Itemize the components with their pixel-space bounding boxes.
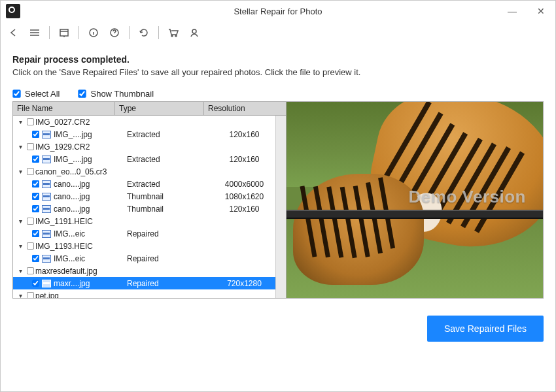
file-label: IMG...eic: [54, 229, 127, 238]
tree-group-row[interactable]: ▾canon_eo...0_05.cr3: [13, 165, 286, 178]
image-file-icon: [42, 131, 51, 139]
chevron-down-icon[interactable]: ▾: [16, 218, 25, 225]
watermark-text: Demo Version: [409, 187, 526, 207]
tree-file-row[interactable]: IMG...eicRepaired: [13, 227, 286, 240]
file-label: IMG_....jpg: [54, 155, 127, 164]
file-type: Extracted: [127, 180, 216, 189]
select-all-label: Select All: [25, 89, 60, 99]
preview-pane: Demo Version: [287, 102, 543, 298]
tree-file-row[interactable]: maxr....jpgRepaired720x1280: [13, 277, 286, 289]
separator: [129, 26, 130, 39]
chevron-down-icon[interactable]: ▾: [16, 242, 25, 250]
back-button[interactable]: [5, 24, 23, 42]
cart-icon[interactable]: [164, 24, 182, 42]
chevron-down-icon[interactable]: ▾: [16, 168, 25, 175]
footer: Save Repaired Files: [1, 299, 555, 353]
file-type: Repaired: [127, 279, 216, 288]
file-label: IMG...eic: [54, 254, 127, 263]
chevron-down-icon[interactable]: ▾: [16, 143, 25, 150]
svg-rect-0: [60, 29, 68, 36]
show-thumbnail-checkbox[interactable]: Show Thumbnail: [78, 89, 154, 99]
preview-rail: [287, 210, 543, 219]
select-all-checkbox[interactable]: Select All: [12, 89, 60, 99]
group-label: IMG_1929.CR2: [35, 142, 205, 152]
tree-group-row[interactable]: ▾IMG_0027.CR2: [13, 116, 286, 128]
row-checkbox[interactable]: [25, 167, 35, 176]
file-type: Repaired: [127, 254, 216, 263]
group-label: canon_eo...0_05.cr3: [35, 167, 205, 176]
file-tree: File Name Type Resolution ▾IMG_0027.CR2I…: [13, 102, 287, 298]
image-file-icon: [42, 180, 51, 188]
tree-file-row[interactable]: IMG_....jpgExtracted120x160: [13, 153, 286, 165]
row-checkbox[interactable]: [30, 192, 41, 201]
tree-group-row[interactable]: ▾IMG_1929.CR2: [13, 140, 286, 153]
svg-point-5: [192, 29, 196, 33]
svg-point-3: [171, 35, 173, 37]
chevron-down-icon[interactable]: ▾: [16, 118, 25, 125]
separator: [158, 26, 159, 39]
separator: [78, 26, 79, 39]
group-label: pet.jpg: [35, 291, 205, 299]
col-filename[interactable]: File Name: [13, 102, 115, 115]
row-checkbox[interactable]: [25, 242, 35, 250]
row-checkbox[interactable]: [25, 267, 35, 275]
menu-icon[interactable]: [26, 24, 44, 42]
window-title: Stellar Repair for Photo: [1, 7, 555, 16]
file-label: IMG_....jpg: [54, 130, 127, 139]
tree-file-row[interactable]: IMG_....jpgExtracted120x160: [13, 128, 286, 140]
group-label: maxresdefault.jpg: [35, 267, 205, 276]
col-type[interactable]: Type: [115, 102, 204, 115]
separator: [49, 26, 50, 39]
image-file-icon: [42, 193, 51, 201]
tree-file-row[interactable]: cano....jpgExtracted4000x6000: [13, 178, 286, 190]
tree-group-row[interactable]: ▾IMG_1191.HEIC: [13, 215, 286, 227]
scrollbar[interactable]: [275, 116, 286, 298]
row-checkbox[interactable]: [30, 204, 41, 213]
svg-point-4: [175, 35, 177, 37]
row-checkbox[interactable]: [30, 180, 41, 188]
row-checkbox[interactable]: [30, 155, 41, 163]
tree-file-row[interactable]: cano....jpgThumbnail120x160: [13, 203, 286, 215]
chevron-down-icon[interactable]: ▾: [16, 267, 25, 274]
tree-file-row[interactable]: IMG...eicRepaired: [13, 252, 286, 265]
image-file-icon: [42, 205, 51, 213]
tree-group-row[interactable]: ▾pet.jpg: [13, 289, 286, 298]
tree-group-row[interactable]: ▾IMG_1193.HEIC: [13, 240, 286, 252]
file-label: cano....jpg: [54, 192, 127, 201]
list-icon[interactable]: [55, 24, 73, 42]
row-checkbox[interactable]: [30, 279, 41, 287]
image-file-icon: [42, 255, 51, 263]
image-file-icon: [42, 280, 51, 287]
row-checkbox[interactable]: [25, 217, 35, 225]
image-file-icon: [42, 155, 51, 163]
show-thumbnail-input[interactable]: [78, 90, 86, 97]
save-repaired-files-button[interactable]: Save Repaired Files: [427, 316, 544, 342]
page-title: Repair process completed.: [12, 54, 544, 65]
table-body[interactable]: ▾IMG_0027.CR2IMG_....jpgExtracted120x160…: [13, 116, 286, 298]
refresh-icon[interactable]: [135, 24, 153, 42]
row-checkbox[interactable]: [30, 130, 41, 139]
file-type: Extracted: [127, 155, 216, 164]
file-label: cano....jpg: [54, 204, 127, 214]
user-icon[interactable]: [185, 24, 203, 42]
row-checkbox[interactable]: [25, 142, 35, 151]
chevron-down-icon[interactable]: ▾: [16, 292, 25, 298]
show-thumbnail-label: Show Thumbnail: [90, 89, 154, 99]
row-checkbox[interactable]: [25, 291, 35, 298]
row-checkbox[interactable]: [25, 118, 35, 126]
tree-group-row[interactable]: ▾maxresdefault.jpg: [13, 265, 286, 277]
group-label: IMG_1193.HEIC: [35, 242, 205, 251]
options-row: Select All Show Thumbnail: [12, 89, 544, 99]
page-subtitle: Click on the 'Save Repaired Files' to sa…: [12, 67, 544, 77]
file-type: Thumbnail: [127, 192, 216, 201]
col-resolution[interactable]: Resolution: [204, 102, 286, 115]
file-type: Thumbnail: [127, 204, 216, 214]
tree-file-row[interactable]: cano....jpgThumbnail1080x1620: [13, 190, 286, 203]
file-label: cano....jpg: [54, 180, 127, 189]
toolbar: [1, 22, 555, 44]
select-all-input[interactable]: [12, 90, 20, 97]
row-checkbox[interactable]: [30, 229, 41, 238]
help-icon[interactable]: [105, 24, 124, 42]
info-icon[interactable]: [84, 24, 103, 42]
row-checkbox[interactable]: [30, 254, 41, 263]
